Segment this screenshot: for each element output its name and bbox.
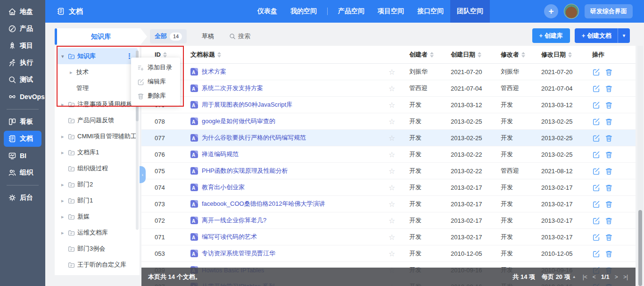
trash-icon[interactable] bbox=[605, 151, 613, 159]
tree-caret-icon[interactable]: ▸ bbox=[61, 101, 68, 108]
doc-title-link[interactable]: facebook_COO桑德伯格2012年哈佛大学演讲 bbox=[202, 200, 325, 208]
tree-item[interactable]: ▸ 运维文档库 bbox=[57, 225, 138, 241]
doc-table-row[interactable]: 075 A PHP函数的实现原理及性能分析 开发 2013-02-22 管西迎 … bbox=[141, 163, 636, 179]
tree-caret-icon[interactable]: ▸ bbox=[61, 134, 68, 140]
star-icon[interactable] bbox=[388, 216, 409, 225]
doc-table-row[interactable]: 071 A 编写可读代码的艺术 开发 2013-02-17 开发 2013-02… bbox=[141, 229, 636, 245]
page-scrollbar-thumb[interactable] bbox=[638, 210, 642, 286]
doc-table-row[interactable]: 072 A 离开一线企业你算老几? 开发 2013-02-17 开发 2013-… bbox=[141, 212, 636, 229]
doc-table-row[interactable]: 079 A 用于展现图表的50种JavaScript库 开发 2013-03-1… bbox=[141, 97, 636, 113]
sort-icon[interactable] bbox=[568, 52, 572, 58]
doc-title-link[interactable]: 专访资深系统管理员曹江华 bbox=[202, 249, 275, 258]
doc-title-link[interactable]: 禅道编码规范 bbox=[202, 150, 239, 159]
star-icon[interactable] bbox=[388, 200, 409, 209]
table-header-cell[interactable]: 修改者 bbox=[501, 50, 541, 59]
star-icon[interactable] bbox=[388, 249, 409, 258]
doc-title-cell[interactable]: A google是如何做代码审查的 bbox=[190, 117, 388, 126]
tree-item[interactable]: ▸ 注意事项及通用模板 bbox=[57, 96, 138, 112]
tree-item[interactable]: ▸ 文档库1 bbox=[57, 144, 138, 160]
doc-title-cell[interactable]: A 禅道编码规范 bbox=[190, 150, 388, 159]
doc-title-link[interactable]: PHP函数的实现原理及性能分析 bbox=[202, 167, 288, 175]
edit-icon[interactable] bbox=[592, 184, 600, 192]
tree-item[interactable]: 产品问题反馈 bbox=[57, 112, 138, 128]
tree-item[interactable]: ▸ 部门2 bbox=[57, 177, 138, 193]
tree-item[interactable]: 王于听的自定义库 bbox=[57, 257, 138, 273]
tree-item[interactable]: 部门3例会 bbox=[57, 241, 138, 257]
doc-title-link[interactable]: 技术方案 bbox=[202, 67, 226, 76]
tree-caret-icon[interactable]: ▾ bbox=[61, 53, 68, 59]
sort-icon[interactable] bbox=[217, 52, 221, 58]
trash-icon[interactable] bbox=[605, 167, 613, 175]
context-menu-item[interactable]: 删除库 bbox=[131, 89, 180, 103]
tree-item[interactable]: ▸ 技术 bbox=[57, 64, 138, 80]
top-nav-item[interactable]: 仪表盘 bbox=[251, 0, 284, 23]
sort-icon[interactable] bbox=[478, 52, 481, 58]
tree-item[interactable]: ▾ 知识库 bbox=[57, 48, 138, 64]
library-tab[interactable]: 知识库 bbox=[55, 28, 147, 45]
sort-icon[interactable] bbox=[163, 52, 167, 58]
trash-icon[interactable] bbox=[605, 118, 613, 126]
tree-item[interactable]: 管理 bbox=[57, 80, 138, 96]
sort-icon[interactable] bbox=[430, 52, 434, 58]
doc-title-cell[interactable]: A facebook_COO桑德伯格2012年哈佛大学演讲 bbox=[190, 200, 388, 208]
star-icon[interactable] bbox=[388, 167, 409, 176]
tree-item[interactable]: ▸ 新媒 bbox=[57, 209, 138, 225]
doc-title-cell[interactable]: A 编写可读代码的艺术 bbox=[190, 233, 388, 241]
table-header-cell[interactable]: 创建者 bbox=[409, 50, 451, 59]
star-icon[interactable] bbox=[388, 233, 409, 242]
table-header-cell[interactable]: 操作 bbox=[592, 50, 636, 59]
doc-title-link[interactable]: 系统二次开发支持方案 bbox=[202, 84, 263, 93]
avatar[interactable] bbox=[564, 4, 579, 19]
tree-caret-icon[interactable]: ▸ bbox=[70, 69, 76, 76]
trash-icon[interactable] bbox=[605, 184, 613, 192]
vision-switch-button[interactable]: 研发综合界面 bbox=[585, 4, 633, 18]
edit-icon[interactable] bbox=[592, 217, 600, 225]
doc-title-link[interactable]: 离开一线企业你算老几? bbox=[202, 216, 266, 225]
doc-title-cell[interactable]: A PHP函数的实现原理及性能分析 bbox=[190, 167, 388, 175]
sidebar-item[interactable]: 项目 bbox=[4, 38, 41, 54]
table-header-cell[interactable]: 创建日期 bbox=[451, 50, 501, 59]
collapse-panel-handle[interactable]: ‹ bbox=[140, 166, 146, 183]
create-doc-button[interactable]: + 创建文档 bbox=[575, 28, 630, 43]
doc-title-cell[interactable]: A 离开一线企业你算老几? bbox=[190, 216, 388, 225]
trash-icon[interactable] bbox=[605, 233, 613, 241]
first-page-button[interactable]: |< bbox=[583, 274, 587, 280]
star-icon[interactable] bbox=[388, 150, 409, 159]
doc-table-row[interactable]: 053 A 专访资深系统管理员曹江华 开发 2010-12-05 开发 2010… bbox=[141, 245, 636, 262]
sidebar-item[interactable]: BI bbox=[4, 148, 41, 164]
next-page-button[interactable]: > bbox=[615, 274, 618, 280]
doc-title-cell[interactable]: A 系统二次开发支持方案 bbox=[190, 84, 388, 93]
trash-icon[interactable] bbox=[605, 134, 613, 142]
doc-title-cell[interactable]: A 技术方案 bbox=[190, 67, 388, 76]
tree-caret-icon[interactable]: ▸ bbox=[61, 214, 68, 220]
tree-caret-icon[interactable]: ▸ bbox=[61, 230, 68, 236]
sidebar-item[interactable]: 执行 bbox=[4, 55, 41, 71]
doc-title-cell[interactable]: A 用于展现图表的50种JavaScript库 bbox=[190, 101, 388, 109]
doc-title-link[interactable]: google是如何做代码审查的 bbox=[202, 117, 275, 126]
top-nav-item[interactable]: 产品空间 bbox=[331, 0, 371, 23]
sidebar-item[interactable]: 组织 bbox=[4, 165, 41, 181]
star-icon[interactable] bbox=[388, 134, 409, 143]
doc-title-link[interactable]: 用于展现图表的50种JavaScript库 bbox=[202, 101, 292, 109]
star-icon[interactable] bbox=[388, 84, 409, 93]
filter-tab[interactable]: 草稿 bbox=[197, 29, 219, 43]
sidebar-item[interactable]: DevOps bbox=[4, 89, 41, 105]
doc-title-cell[interactable]: A 为什么谷歌要执行严格的代码编写规范 bbox=[190, 134, 388, 142]
context-menu-item[interactable]: 添加目录 bbox=[131, 60, 180, 75]
top-nav-item[interactable]: 我的空间 bbox=[284, 0, 323, 23]
sidebar-item[interactable]: 后台 bbox=[4, 190, 41, 206]
doc-title-link[interactable]: 教育出小创业家 bbox=[202, 183, 245, 192]
sidebar-item[interactable]: 地盘 bbox=[4, 4, 41, 20]
edit-icon[interactable] bbox=[592, 134, 600, 142]
sidebar-item[interactable]: 文档 bbox=[4, 131, 41, 147]
tree-item[interactable]: 组织级过程 bbox=[57, 160, 138, 177]
tree-caret-icon[interactable]: ▸ bbox=[61, 150, 68, 156]
doc-title-link[interactable]: 编写可读代码的艺术 bbox=[202, 233, 257, 241]
edit-icon[interactable] bbox=[592, 167, 600, 175]
create-library-button[interactable]: + 创建库 bbox=[532, 28, 570, 43]
edit-icon[interactable] bbox=[592, 200, 600, 208]
trash-icon[interactable] bbox=[605, 200, 613, 208]
star-icon[interactable] bbox=[388, 117, 409, 126]
edit-icon[interactable] bbox=[592, 101, 600, 109]
doc-table-row[interactable]: 073 A facebook_COO桑德伯格2012年哈佛大学演讲 开发 201… bbox=[141, 196, 636, 212]
